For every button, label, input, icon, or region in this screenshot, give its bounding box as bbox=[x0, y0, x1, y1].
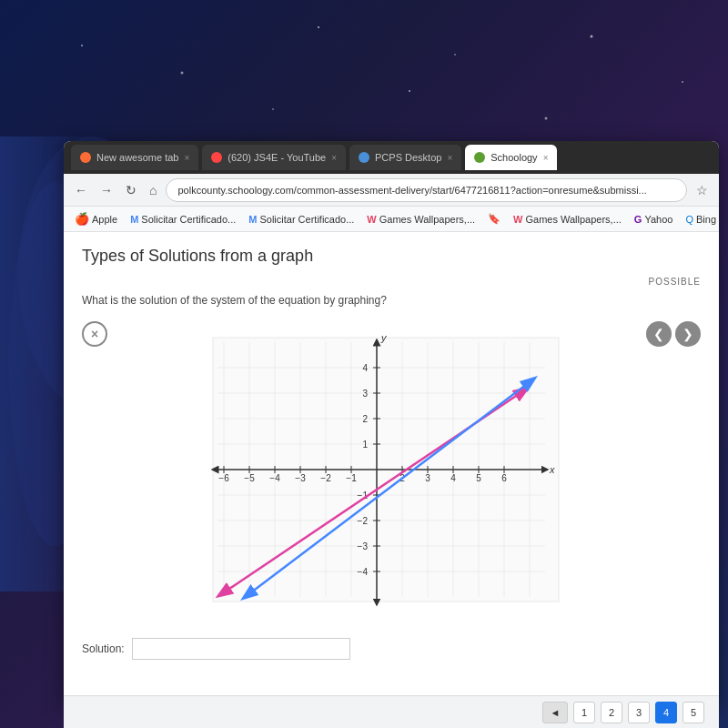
svg-text:−4: −4 bbox=[269, 473, 280, 483]
tab-schoology-label: Schoology bbox=[490, 152, 537, 163]
bookmark-solicitar1[interactable]: M Solicitar Certificado... bbox=[126, 212, 239, 227]
apple-icon: 🍎 bbox=[75, 212, 89, 226]
bookmark-games2[interactable]: W Games Wallpapers,... bbox=[510, 212, 625, 227]
svg-point-3 bbox=[454, 54, 456, 56]
title-bar: New awesome tab × (620) JS4E - YouTube ×… bbox=[64, 141, 719, 174]
browser-window: New awesome tab × (620) JS4E - YouTube ×… bbox=[64, 141, 719, 705]
pagination-page-1[interactable]: 1 bbox=[573, 702, 595, 723]
bookmark-yahoo-label: Yahoo bbox=[644, 214, 672, 225]
svg-text:2: 2 bbox=[362, 414, 368, 424]
svg-text:−2: −2 bbox=[358, 516, 369, 526]
nav-graph-area: × bbox=[82, 321, 701, 627]
pagination-bar: ◄ 1 2 3 4 5 bbox=[64, 695, 719, 728]
svg-text:4: 4 bbox=[362, 363, 368, 373]
svg-point-5 bbox=[682, 81, 683, 83]
pagination-prev-button[interactable]: ◄ bbox=[542, 702, 568, 723]
page-content: Types of Solutions from a graph POSSIBLE… bbox=[64, 232, 719, 705]
coordinate-graph: −6 −5 −4 −3 −2 −1 2 3 4 5 6 x 4 3 2 bbox=[186, 329, 568, 620]
svg-text:−3: −3 bbox=[295, 473, 306, 483]
bookmarks-bar: 🍎 Apple M Solicitar Certificado... M Sol… bbox=[64, 207, 719, 232]
prev-question-button[interactable]: ❮ bbox=[646, 321, 672, 347]
svg-text:1: 1 bbox=[362, 440, 368, 450]
svg-text:−5: −5 bbox=[244, 473, 255, 483]
svg-text:−6: −6 bbox=[218, 473, 229, 483]
pagination-page-2[interactable]: 2 bbox=[601, 702, 622, 723]
tab-youtube-icon bbox=[211, 152, 222, 163]
games2-icon: W bbox=[513, 214, 522, 225]
svg-point-4 bbox=[591, 35, 593, 38]
svg-point-6 bbox=[272, 108, 274, 110]
tab-pcps-close[interactable]: × bbox=[447, 153, 452, 163]
svg-text:3: 3 bbox=[425, 473, 430, 483]
right-nav-buttons: ❮ ❯ bbox=[646, 321, 701, 347]
tab-youtube-label: (620) JS4E - YouTube bbox=[228, 152, 326, 163]
close-button[interactable]: × bbox=[82, 321, 107, 347]
pagination-page-5[interactable]: 5 bbox=[682, 702, 704, 723]
tab-new-awesome[interactable]: New awesome tab × bbox=[71, 145, 198, 170]
bookmark-solicitar2[interactable]: M Solicitar Certificado... bbox=[245, 212, 358, 227]
tab-pcps[interactable]: PCPS Desktop × bbox=[349, 145, 461, 170]
solution-row: Solution: bbox=[82, 638, 701, 660]
svg-text:−4: −4 bbox=[358, 567, 369, 577]
svg-text:−2: −2 bbox=[320, 473, 331, 483]
bing-icon: Q bbox=[685, 214, 693, 225]
svg-text:6: 6 bbox=[501, 473, 507, 483]
svg-text:4: 4 bbox=[450, 473, 456, 483]
next-question-button[interactable]: ❯ bbox=[675, 321, 701, 347]
svg-text:−1: −1 bbox=[346, 473, 357, 483]
possible-label: POSSIBLE bbox=[82, 277, 701, 287]
pagination-page-3[interactable]: 3 bbox=[628, 702, 650, 723]
svg-point-1 bbox=[181, 72, 184, 75]
bookmark-bookmark-bar[interactable]: 🔖 bbox=[484, 211, 504, 227]
games1-icon: W bbox=[367, 214, 376, 225]
bookmark-games1[interactable]: W Games Wallpapers,... bbox=[363, 212, 479, 227]
solution-label: Solution: bbox=[82, 642, 125, 655]
svg-text:5: 5 bbox=[476, 473, 481, 483]
tab-schoology-icon bbox=[474, 152, 485, 163]
bookmark-bing-label: Bing bbox=[696, 214, 716, 225]
svg-point-7 bbox=[409, 90, 410, 92]
bookmark-yahoo[interactable]: G Yahoo bbox=[631, 212, 677, 227]
back-button[interactable]: ← bbox=[71, 181, 91, 199]
graph-container: −6 −5 −4 −3 −2 −1 2 3 4 5 6 x 4 3 2 bbox=[186, 329, 568, 620]
home-button[interactable]: ⌂ bbox=[146, 181, 160, 199]
solicitar2-icon: M bbox=[248, 214, 257, 225]
page-title: Types of Solutions from a graph bbox=[82, 247, 701, 266]
bookmark-games2-label: Games Wallpapers,... bbox=[526, 214, 622, 225]
tab-schoology[interactable]: Schoology × bbox=[465, 145, 557, 170]
tab-youtube-close[interactable]: × bbox=[331, 153, 337, 163]
tab-pcps-label: PCPS Desktop bbox=[375, 152, 441, 163]
bookmark-solicitar2-label: Solicitar Certificado... bbox=[259, 214, 354, 225]
svg-text:x: x bbox=[549, 464, 555, 475]
svg-text:−3: −3 bbox=[358, 541, 369, 551]
bookmark-apple[interactable]: 🍎 Apple bbox=[71, 210, 121, 228]
games2-bookmark-icon: 🔖 bbox=[488, 213, 500, 225]
bookmark-bing[interactable]: Q Bing bbox=[682, 212, 719, 227]
tab-new-icon bbox=[80, 152, 91, 163]
tab-schoology-close[interactable]: × bbox=[543, 153, 549, 163]
svg-text:3: 3 bbox=[362, 389, 368, 399]
tab-youtube[interactable]: (620) JS4E - YouTube × bbox=[202, 145, 346, 170]
address-input[interactable] bbox=[166, 178, 687, 202]
svg-point-0 bbox=[81, 45, 83, 46]
bookmark-star[interactable]: ☆ bbox=[693, 181, 712, 199]
bookmark-solicitar1-label: Solicitar Certificado... bbox=[141, 214, 236, 225]
question-text: What is the solution of the system of th… bbox=[82, 294, 701, 307]
svg-point-2 bbox=[318, 26, 319, 28]
tab-new-label: New awesome tab bbox=[96, 152, 179, 163]
pagination-page-4[interactable]: 4 bbox=[655, 702, 677, 723]
solution-input[interactable] bbox=[132, 638, 350, 660]
tab-new-close[interactable]: × bbox=[185, 153, 190, 163]
tab-pcps-icon bbox=[359, 152, 369, 163]
bookmark-apple-label: Apple bbox=[92, 214, 117, 225]
svg-point-8 bbox=[545, 117, 548, 120]
forward-button[interactable]: → bbox=[96, 181, 116, 199]
bookmark-games1-label: Games Wallpapers,... bbox=[379, 214, 475, 225]
address-bar: ← → ↻ ⌂ ☆ bbox=[64, 174, 719, 207]
solicitar1-icon: M bbox=[130, 214, 138, 225]
yahoo-icon: G bbox=[634, 214, 642, 225]
refresh-button[interactable]: ↻ bbox=[122, 181, 140, 199]
